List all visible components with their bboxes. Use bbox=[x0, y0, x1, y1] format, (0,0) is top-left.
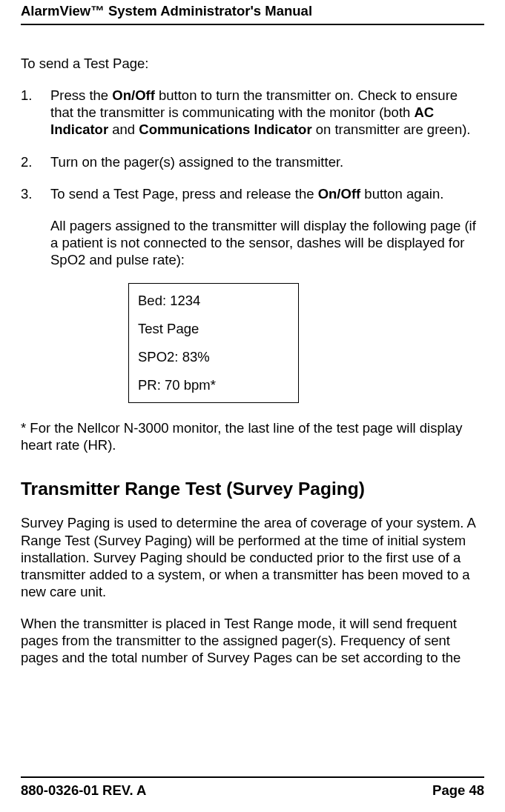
display-line-4: PR: 70 bpm* bbox=[138, 377, 289, 393]
text-run: and bbox=[108, 122, 139, 137]
steps-list: 1. Press the On/Off button to turn the t… bbox=[21, 87, 484, 268]
footer: 880-0326-01 REV. A Page 48 bbox=[21, 776, 484, 799]
text-run: On/Off bbox=[112, 87, 155, 103]
pager-display-box: Bed: 1234 Test Page SPO2: 83% PR: 70 bpm… bbox=[128, 283, 299, 403]
text-run: On/Off bbox=[318, 186, 361, 202]
step-1: 1. Press the On/Off button to turn the t… bbox=[21, 87, 484, 138]
section-para-1: Survey Paging is used to determine the a… bbox=[21, 514, 484, 600]
text-run: Turn on the pager(s) assigned to the tra… bbox=[50, 154, 343, 170]
step-1-number: 1. bbox=[21, 87, 32, 104]
header-rule bbox=[21, 24, 484, 25]
step-3-continuation: All pagers assigned to the transmitter w… bbox=[50, 217, 484, 268]
step-3: 3. To send a Test Page, press and releas… bbox=[21, 185, 484, 269]
running-header: AlarmView™ System Administrator's Manual bbox=[21, 3, 484, 19]
text-run: button again. bbox=[360, 186, 443, 202]
text-run: To send a Test Page, press and release t… bbox=[50, 186, 318, 202]
display-line-1: Bed: 1234 bbox=[138, 293, 289, 309]
step-2: 2. Turn on the pager(s) assigned to the … bbox=[21, 153, 484, 170]
page: AlarmView™ System Administrator's Manual… bbox=[0, 0, 505, 812]
section-heading: Transmitter Range Test (Survey Paging) bbox=[21, 479, 484, 499]
text-run: Press the bbox=[50, 87, 112, 103]
text-run: Communications Indicator bbox=[139, 122, 311, 137]
footnote-text: * For the Nellcor N-3000 monitor, the la… bbox=[21, 419, 484, 453]
section-para-2: When the transmitter is placed in Test R… bbox=[21, 615, 484, 666]
step-3-text: To send a Test Page, press and release t… bbox=[50, 186, 443, 202]
footer-rule bbox=[21, 776, 484, 778]
step-1-text: Press the On/Off button to turn the tran… bbox=[50, 87, 470, 137]
intro-text: To send a Test Page: bbox=[21, 55, 484, 72]
step-3-number: 3. bbox=[21, 185, 32, 202]
text-run: on transmitter are green). bbox=[312, 122, 471, 137]
step-2-number: 2. bbox=[21, 153, 32, 170]
page-number: Page 48 bbox=[432, 782, 484, 799]
display-line-3: SPO2: 83% bbox=[138, 349, 289, 365]
display-line-2: Test Page bbox=[138, 321, 289, 337]
step-2-text: Turn on the pager(s) assigned to the tra… bbox=[50, 154, 343, 170]
doc-revision: 880-0326-01 REV. A bbox=[21, 782, 146, 799]
